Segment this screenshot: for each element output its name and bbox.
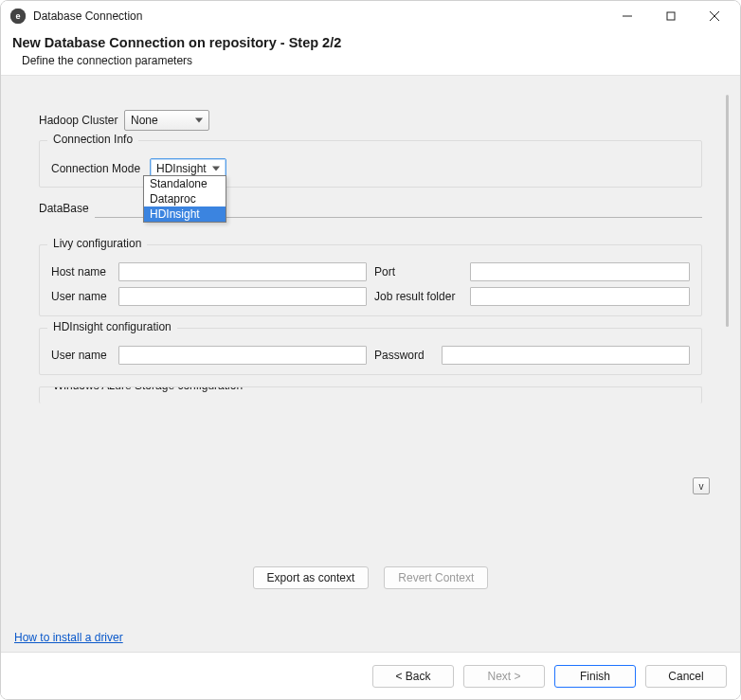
hdinsight-user-input[interactable] xyxy=(118,346,367,365)
connection-mode-dropdown[interactable]: Standalone Dataproc HDInsight xyxy=(143,175,226,223)
footer: < Back Next > Finish Cancel xyxy=(1,652,740,699)
maximize-button[interactable] xyxy=(649,1,693,31)
connection-mode-label: Connection Mode xyxy=(51,162,144,175)
scrollbar[interactable] xyxy=(726,95,729,327)
connection-mode-option-dataproc[interactable]: Dataproc xyxy=(144,191,226,206)
livy-host-label: Host name xyxy=(51,265,113,278)
hadoop-cluster-label: Hadoop Cluster xyxy=(39,114,118,127)
livy-legend: Livy configuration xyxy=(47,237,147,250)
hdinsight-legend: HDInsight configuration xyxy=(47,320,177,333)
livy-jobfolder-label: Job result folder xyxy=(374,290,464,303)
dialog-window: e Database Connection New Database Conne… xyxy=(0,0,741,700)
livy-port-input[interactable] xyxy=(470,262,690,281)
window-title: Database Connection xyxy=(33,9,142,23)
page-title: New Database Connection on repository - … xyxy=(12,35,729,50)
page-subtitle: Define the connection parameters xyxy=(12,54,729,67)
livy-user-label: User name xyxy=(51,290,113,303)
azure-legend: Windows Azure Storage configuration xyxy=(47,386,248,392)
export-as-context-button[interactable]: Export as context xyxy=(253,566,370,589)
hdinsight-user-label: User name xyxy=(51,349,113,362)
body-area: Hadoop Cluster None Connection Info Conn… xyxy=(1,76,740,652)
cancel-button[interactable]: Cancel xyxy=(645,665,727,688)
revert-context-button[interactable]: Revert Context xyxy=(384,566,488,589)
next-button[interactable]: Next > xyxy=(463,665,545,688)
connection-mode-option-hdinsight[interactable]: HDInsight xyxy=(144,206,226,222)
livy-group: Livy configuration Host name Port xyxy=(39,244,702,316)
hdinsight-group: HDInsight configuration User name Passwo… xyxy=(39,328,702,375)
install-driver-link[interactable]: How to install a driver xyxy=(14,631,123,644)
connection-info-group: Connection Info Connection Mode HDInsigh… xyxy=(39,140,702,188)
livy-port-label: Port xyxy=(374,265,464,278)
connection-info-legend: Connection Info xyxy=(47,133,138,146)
hadoop-cluster-row: Hadoop Cluster None xyxy=(39,110,702,131)
app-icon: e xyxy=(10,9,26,24)
hdinsight-password-label: Password xyxy=(374,349,436,362)
database-row: DataBase xyxy=(39,199,702,218)
wizard-header: New Database Connection on repository - … xyxy=(1,31,740,76)
connection-mode-option-standalone[interactable]: Standalone xyxy=(144,176,226,191)
back-button[interactable]: < Back xyxy=(372,665,454,688)
svg-text:e: e xyxy=(15,11,20,21)
expand-button[interactable]: v xyxy=(693,477,710,494)
svg-rect-3 xyxy=(667,12,675,20)
hadoop-cluster-combo[interactable]: None xyxy=(124,110,209,131)
context-row: Export as context Revert Context xyxy=(10,566,731,589)
close-button[interactable] xyxy=(693,1,736,31)
titlebar: e Database Connection xyxy=(1,1,740,31)
form-scroll-pane: Hadoop Cluster None Connection Info Conn… xyxy=(18,93,723,500)
hdinsight-password-input[interactable] xyxy=(442,346,690,365)
chevron-down-icon xyxy=(195,118,203,123)
connection-mode-value: HDInsight xyxy=(156,162,207,175)
livy-jobfolder-input[interactable] xyxy=(470,287,690,306)
chevron-down-icon xyxy=(212,167,220,171)
database-label: DataBase xyxy=(39,202,89,215)
azure-group: Windows Azure Storage configuration xyxy=(39,386,702,404)
finish-button[interactable]: Finish xyxy=(554,665,636,688)
livy-user-input[interactable] xyxy=(118,287,367,306)
livy-host-input[interactable] xyxy=(118,262,367,281)
minimize-button[interactable] xyxy=(605,1,649,31)
hadoop-cluster-value: None xyxy=(131,114,158,127)
